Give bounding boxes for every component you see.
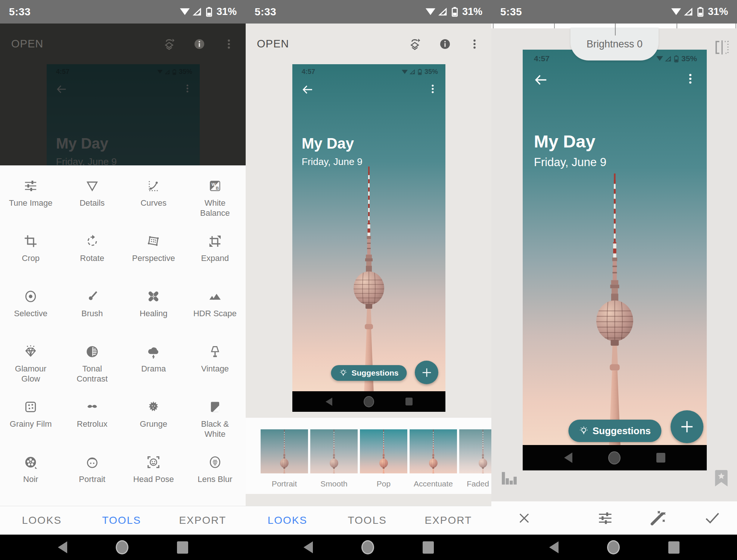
- tool-noir[interactable]: Noir: [0, 448, 62, 503]
- nav-back-button[interactable]: [304, 541, 313, 553]
- more-menu-icon[interactable]: [223, 38, 234, 50]
- status-icons: 31%: [426, 6, 482, 18]
- adjustment-toolbar: [491, 501, 737, 535]
- tool-selective[interactable]: Selective: [0, 282, 62, 337]
- nav-home-button[interactable]: [361, 540, 374, 554]
- nav-recents-button[interactable]: [668, 541, 680, 554]
- lensblur-icon: [208, 455, 222, 469]
- plus-icon: [680, 419, 694, 434]
- adjust-sliders-icon[interactable]: [597, 510, 613, 526]
- retrolux-icon: [85, 400, 99, 414]
- battery-percent: 31%: [708, 6, 728, 18]
- tool-drama[interactable]: Drama: [123, 337, 184, 392]
- tool-grunge[interactable]: Grunge: [123, 392, 184, 448]
- tool-retrolux[interactable]: Retrolux: [62, 392, 123, 448]
- magic-wand-icon[interactable]: [650, 510, 666, 526]
- tab-tools[interactable]: TOOLS: [345, 514, 390, 526]
- info-icon[interactable]: [193, 38, 205, 50]
- open-button[interactable]: OPEN: [257, 38, 289, 50]
- filter-smooth[interactable]: Smooth: [310, 429, 358, 488]
- view-edits-icon[interactable]: [163, 38, 175, 50]
- nav-recents-button[interactable]: [423, 541, 434, 554]
- tool-healing[interactable]: Healing: [123, 282, 184, 337]
- nav-back-button[interactable]: [549, 541, 559, 553]
- add-fab: [415, 361, 438, 384]
- tool-crop[interactable]: Crop: [0, 227, 62, 282]
- edited-photo: 4:57 35% My Day Friday, June 9 Suggestio…: [292, 64, 445, 412]
- bw-icon: [208, 400, 222, 414]
- ruler-tick: [493, 24, 494, 28]
- nav-home-icon: [364, 396, 374, 407]
- photo-title: My Day: [534, 131, 595, 152]
- nav-recents-icon: [405, 398, 413, 405]
- nav-home-icon: [608, 451, 621, 464]
- tool-black-white[interactable]: Black & White: [184, 392, 246, 448]
- tool-brush[interactable]: Brush: [62, 282, 123, 337]
- tab-export[interactable]: EXPORT: [425, 514, 472, 526]
- tool-glamour-glow[interactable]: Glamour Glow: [0, 337, 62, 392]
- tool-lens-blur[interactable]: Lens Blur: [184, 448, 246, 503]
- tool-rotate[interactable]: Rotate: [62, 227, 123, 282]
- histogram-icon: [501, 470, 517, 485]
- tool-grainy-film[interactable]: Grainy Film: [0, 392, 62, 448]
- hdrscape-icon: [208, 289, 222, 304]
- tab-looks[interactable]: LOOKS: [19, 514, 64, 526]
- photo-status-time: 4:57: [534, 54, 550, 63]
- tool-vintage[interactable]: Vintage: [184, 337, 246, 392]
- filter-portrait[interactable]: Portrait: [261, 429, 308, 488]
- filter-thumbnails: Portrait Smooth Pop: [261, 429, 491, 488]
- tower-photo: [292, 64, 445, 412]
- tool-expand[interactable]: Expand: [184, 227, 246, 282]
- photo-status-icons: 35%: [656, 54, 697, 63]
- tools-sheet: Tune Image Details Curves White Balance …: [0, 165, 246, 506]
- photo-preview-dimmed: 4:57 35% My Day Friday, June 9: [47, 64, 200, 165]
- nav-home-button[interactable]: [116, 540, 128, 554]
- signal-icon: [665, 56, 671, 62]
- grunge-icon: [146, 400, 161, 414]
- filter-faded-gl[interactable]: Faded Gl: [459, 429, 491, 488]
- nav-recents-button[interactable]: [177, 541, 188, 554]
- tool-head-pose[interactable]: Head Pose: [123, 448, 184, 503]
- tool-portrait[interactable]: Portrait: [62, 448, 123, 503]
- curves-icon: [146, 179, 161, 193]
- tool-tune-image[interactable]: Tune Image: [0, 171, 62, 227]
- tool-tonal-contrast[interactable]: Tonal Contrast: [62, 337, 123, 392]
- portrait-icon: [85, 455, 99, 469]
- status-time: 5:35: [500, 6, 522, 18]
- tool-perspective[interactable]: Perspective: [123, 227, 184, 282]
- tool-white-balance[interactable]: White Balance: [184, 171, 246, 227]
- info-icon[interactable]: [439, 38, 451, 50]
- status-time: 5:33: [9, 6, 31, 18]
- view-edits-icon[interactable]: [408, 38, 421, 50]
- tool-details[interactable]: Details: [62, 171, 123, 227]
- tab-tools[interactable]: TOOLS: [99, 514, 144, 526]
- tab-export[interactable]: EXPORT: [179, 514, 226, 526]
- filter-pop[interactable]: Pop: [360, 429, 407, 488]
- tab-looks[interactable]: LOOKS: [265, 514, 310, 526]
- photo-subtitle: Friday, June 9: [302, 156, 363, 168]
- tool-curves[interactable]: Curves: [123, 171, 184, 227]
- android-nav-bar: [246, 535, 491, 560]
- nav-home-button[interactable]: [607, 540, 620, 554]
- nav-back-button[interactable]: [58, 541, 67, 553]
- cancel-icon[interactable]: [517, 511, 531, 525]
- battery-percent: 31%: [462, 6, 482, 18]
- signal-icon: [410, 69, 415, 74]
- photo-status-icons: 35%: [402, 68, 438, 76]
- open-button[interactable]: OPEN: [11, 38, 43, 50]
- glamour-icon: [24, 345, 38, 359]
- filter-accentuate[interactable]: Accentuate: [410, 429, 457, 488]
- panel-tools-screen: 5:33 31% OPEN 4:57: [0, 0, 246, 560]
- more-menu-icon[interactable]: [469, 38, 480, 50]
- wifi-icon: [426, 8, 435, 16]
- compare-before-after-icon[interactable]: [714, 40, 730, 55]
- battery-icon: [417, 69, 423, 75]
- photo-status-time: 4:57: [302, 68, 315, 76]
- photo-battery-percent: 35%: [681, 54, 697, 63]
- edited-photo: 4:57 35% My Day Friday, June 9 Suggestio…: [523, 50, 707, 470]
- tool-hdr-scape[interactable]: HDR Scape: [184, 282, 246, 337]
- plus-icon: [421, 367, 432, 378]
- wifi-icon: [402, 70, 408, 74]
- apply-check-icon[interactable]: [705, 512, 720, 525]
- bottom-tab-bar: LOOKS TOOLS EXPORT: [0, 506, 246, 535]
